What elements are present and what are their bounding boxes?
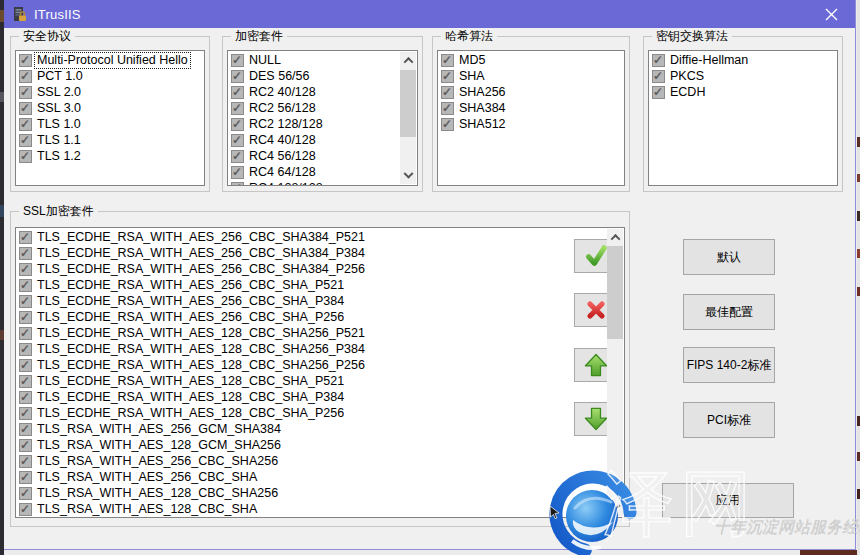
checkbox-checked-icon[interactable]	[441, 102, 454, 115]
list-item[interactable]: RC2 128/128	[228, 116, 417, 132]
list-item[interactable]: TLS_ECDHE_RSA_WITH_AES_256_CBC_SHA_P384	[16, 293, 624, 309]
list-item[interactable]: TLS_RSA_WITH_AES_256_CBC_SHA	[16, 469, 624, 485]
list-item[interactable]: DES 56/56	[228, 68, 417, 84]
list-item[interactable]: SHA256	[438, 84, 624, 100]
list-item[interactable]: SHA512	[438, 116, 624, 132]
default-button[interactable]: 默认	[683, 239, 775, 275]
checkbox-checked-icon[interactable]	[19, 70, 32, 83]
checkbox-checked-icon[interactable]	[19, 263, 32, 276]
checkbox-checked-icon[interactable]	[19, 423, 32, 436]
checkbox-checked-icon[interactable]	[19, 487, 32, 500]
checkbox-checked-icon[interactable]	[652, 86, 665, 99]
chevron-down-icon[interactable]	[400, 168, 416, 184]
checkbox-checked-icon[interactable]	[19, 471, 32, 484]
checkbox-checked-icon[interactable]	[19, 327, 32, 340]
checkbox-checked-icon[interactable]	[231, 118, 244, 131]
checkbox-checked-icon[interactable]	[231, 54, 244, 67]
checkbox-checked-icon[interactable]	[19, 86, 32, 99]
pci-standard-button[interactable]: PCI标准	[683, 402, 775, 438]
list-item[interactable]: TLS_ECDHE_RSA_WITH_AES_128_CBC_SHA256_P2…	[16, 357, 624, 373]
checkbox-checked-icon[interactable]	[19, 54, 32, 67]
apply-button[interactable]: 应用	[662, 483, 794, 518]
list-item[interactable]: TLS_ECDHE_RSA_WITH_AES_256_CBC_SHA_P521	[16, 277, 624, 293]
checkbox-checked-icon[interactable]	[231, 182, 244, 187]
checkbox-checked-icon[interactable]	[19, 375, 32, 388]
list-item[interactable]: SHA	[438, 68, 624, 84]
protocol-listbox[interactable]: Multi-Protocol Unified Hello PCT 1.0 SSL…	[15, 50, 205, 186]
checkbox-checked-icon[interactable]	[19, 118, 32, 131]
ssl-suites-listbox[interactable]: TLS_ECDHE_RSA_WITH_AES_256_CBC_SHA384_P5…	[15, 227, 625, 518]
list-item[interactable]: TLS_ECDHE_RSA_WITH_AES_256_CBC_SHA_P256	[16, 309, 624, 325]
key-exchange-listbox[interactable]: Diffie-Hellman PKCS ECDH	[648, 50, 838, 186]
fips-standard-button[interactable]: FIPS 140-2标准	[683, 347, 775, 383]
checkbox-checked-icon[interactable]	[231, 102, 244, 115]
checkbox-checked-icon[interactable]	[19, 279, 32, 292]
scrollbar-thumb[interactable]	[400, 70, 416, 137]
chevron-down-icon[interactable]	[607, 500, 623, 516]
list-item[interactable]: ECDH	[649, 84, 837, 100]
list-item[interactable]: TLS 1.1	[16, 132, 204, 148]
list-item[interactable]: TLS_ECDHE_RSA_WITH_AES_128_CBC_SHA256_P3…	[16, 341, 624, 357]
list-item[interactable]: TLS_ECDHE_RSA_WITH_AES_128_CBC_SHA256_P5…	[16, 325, 624, 341]
list-item[interactable]: TLS_RSA_WITH_AES_256_CBC_SHA256	[16, 453, 624, 469]
best-config-button[interactable]: 最佳配置	[683, 294, 775, 330]
checkbox-checked-icon[interactable]	[231, 150, 244, 163]
checkbox-checked-icon[interactable]	[441, 54, 454, 67]
checkbox-checked-icon[interactable]	[231, 134, 244, 147]
list-item[interactable]: MD5	[438, 52, 624, 68]
list-item[interactable]: PKCS	[649, 68, 837, 84]
checkbox-checked-icon[interactable]	[19, 439, 32, 452]
list-item[interactable]: RC2 40/128	[228, 84, 417, 100]
close-icon[interactable]	[809, 0, 853, 28]
checkbox-checked-icon[interactable]	[19, 247, 32, 260]
list-item[interactable]: PCT 1.0	[16, 68, 204, 84]
scrollbar[interactable]	[607, 229, 623, 516]
list-item[interactable]: RC2 56/128	[228, 100, 417, 116]
titlebar[interactable]: ITrusIIS	[4, 0, 855, 28]
list-item[interactable]: TLS_ECDHE_RSA_WITH_AES_256_CBC_SHA384_P5…	[16, 229, 624, 245]
list-item[interactable]: RC4 56/128	[228, 148, 417, 164]
checkbox-checked-icon[interactable]	[441, 118, 454, 131]
list-item[interactable]: TLS_RSA_WITH_AES_256_GCM_SHA384	[16, 421, 624, 437]
checkbox-checked-icon[interactable]	[231, 166, 244, 179]
checkbox-checked-icon[interactable]	[19, 311, 32, 324]
checkbox-checked-icon[interactable]	[231, 86, 244, 99]
checkbox-checked-icon[interactable]	[441, 70, 454, 83]
checkbox-checked-icon[interactable]	[19, 134, 32, 147]
checkbox-checked-icon[interactable]	[652, 54, 665, 67]
list-item[interactable]: SSL 2.0	[16, 84, 204, 100]
list-item[interactable]: Diffie-Hellman	[649, 52, 837, 68]
checkbox-checked-icon[interactable]	[19, 391, 32, 404]
scrollbar-thumb[interactable]	[607, 246, 623, 339]
cipher-listbox[interactable]: NULL DES 56/56 RC2 40/128 RC2 56/128 RC2…	[227, 50, 418, 186]
checkbox-checked-icon[interactable]	[19, 102, 32, 115]
chevron-up-icon[interactable]	[607, 229, 623, 245]
scrollbar[interactable]	[400, 52, 416, 184]
checkbox-checked-icon[interactable]	[19, 150, 32, 163]
checkbox-checked-icon[interactable]	[441, 86, 454, 99]
checkbox-checked-icon[interactable]	[652, 70, 665, 83]
checkbox-checked-icon[interactable]	[19, 359, 32, 372]
list-item[interactable]: TLS_RSA_WITH_AES_128_CBC_SHA256	[16, 485, 624, 501]
checkbox-checked-icon[interactable]	[231, 70, 244, 83]
list-item[interactable]: TLS 1.2	[16, 148, 204, 164]
list-item[interactable]: RC4 128/128	[228, 180, 417, 186]
checkbox-checked-icon[interactable]	[19, 455, 32, 468]
checkbox-checked-icon[interactable]	[19, 295, 32, 308]
list-item[interactable]: TLS_ECDHE_RSA_WITH_AES_128_CBC_SHA_P384	[16, 389, 624, 405]
list-item[interactable]: TLS_ECDHE_RSA_WITH_AES_128_CBC_SHA_P521	[16, 373, 624, 389]
checkbox-checked-icon[interactable]	[19, 343, 32, 356]
list-item[interactable]: RC4 64/128	[228, 164, 417, 180]
list-item[interactable]: Multi-Protocol Unified Hello	[16, 52, 204, 68]
hash-listbox[interactable]: MD5 SHA SHA256 SHA384 SHA512	[437, 50, 625, 186]
list-item[interactable]: TLS_RSA_WITH_3DES_EDE_CBC_SHA	[16, 517, 624, 518]
list-item[interactable]: NULL	[228, 52, 417, 68]
list-item[interactable]: TLS_ECDHE_RSA_WITH_AES_128_CBC_SHA_P256	[16, 405, 624, 421]
list-item[interactable]: SSL 3.0	[16, 100, 204, 116]
list-item[interactable]: SHA384	[438, 100, 624, 116]
checkbox-checked-icon[interactable]	[19, 503, 32, 516]
list-item[interactable]: TLS 1.0	[16, 116, 204, 132]
list-item[interactable]: RC4 40/128	[228, 132, 417, 148]
list-item[interactable]: TLS_ECDHE_RSA_WITH_AES_256_CBC_SHA384_P2…	[16, 261, 624, 277]
list-item[interactable]: TLS_ECDHE_RSA_WITH_AES_256_CBC_SHA384_P3…	[16, 245, 624, 261]
